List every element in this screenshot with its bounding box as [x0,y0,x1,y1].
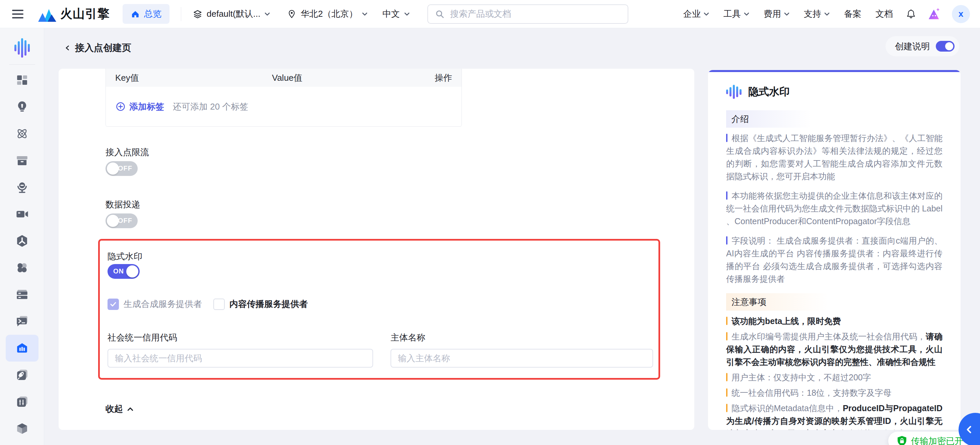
nav-menu-item-4[interactable]: 支持 [804,8,830,20]
bank-icon [15,341,29,355]
chevron-down-icon [703,11,710,17]
sidebar-item-sliders[interactable] [6,388,38,415]
page-title: 接入点创建页 [75,41,131,54]
text-part: 生成水印编号需提供用户主体及统一社会信用代码， [732,332,926,341]
project-label: default(默认... [207,8,260,20]
field-group-1: 社会统一信用代码 [108,332,373,368]
help-panel-title-text: 隐式水印 [748,85,790,99]
chevron-up-icon [127,406,134,413]
nav-menu-label: 工具 [724,8,741,20]
search-icon [435,9,445,19]
create-help-label: 创建说明 [895,41,930,52]
brand-name: 火山引擎 [60,6,110,22]
collapse-button[interactable]: 收起 [105,403,134,415]
intro-item-2: 本功能将依据您主动提供的企业主体信息和该主体对应的统一社会信用代码为您生成文件元… [726,189,942,228]
checkbox-checked-icon[interactable] [108,298,119,310]
add-tag-button[interactable]: 添加标签 [116,101,164,113]
sidebar-item-rocket[interactable] [6,362,38,388]
notes-item-2: 生成水印编号需提供用户主体及统一社会信用代码，请确保输入正确的内容，火山引擎仅为… [726,330,942,368]
top-nav: 火山引擎 总览 default(默认... 华北2（北京） 中文 企业工具费用支… [0,0,980,28]
text-part: 隐式标识的Metadata信息中， [732,404,843,413]
create-help-toggle[interactable] [936,41,955,52]
entity-name-input[interactable] [391,349,653,368]
hamburger-menu-icon[interactable] [12,10,24,18]
ai-assistant-icon[interactable] [927,7,941,21]
notes-paragraphs: 该功能为beta上线，限时免费生成水印编号需提供用户主体及统一社会信用代码，请确… [726,315,942,430]
nav-menu-label: 支持 [804,8,821,20]
global-search[interactable] [427,4,628,24]
accent-bar [726,191,727,200]
box-icon [15,153,29,167]
server-icon [15,287,29,301]
sidebar-item-dashboard[interactable] [6,67,38,94]
provider-checkbox-1[interactable]: 生成合成服务提供者 [108,298,202,310]
sidebar-item-clover[interactable] [6,254,38,281]
nav-menu-label: 企业 [683,8,701,20]
shield-lock-icon [897,435,907,445]
sidebar-item-mic[interactable] [6,174,38,201]
rate-limit-label: 接入点限流 [105,147,149,158]
field-group-2: 主体名称 [391,332,653,368]
search-input[interactable] [449,8,621,19]
text-part: 该功能为beta上线，限时免费 [732,316,841,326]
language-label: 中文 [382,8,400,20]
watermark-toggle[interactable]: ON [108,264,140,279]
chevron-down-icon [784,11,790,17]
tag-table: Key值Value值操作 添加标签 还可添加 20 个标签 [105,69,462,127]
text-part: 统一社会信用代码：18位，支持数字及字母 [732,388,892,397]
chevron-down-icon [824,11,830,17]
nav-menu-item-1[interactable]: 企业 [683,8,710,20]
notification-bell-icon[interactable] [906,9,916,19]
credit-code-input[interactable] [108,349,373,368]
language-selector[interactable]: 中文 [382,8,410,20]
nav-menu-item-5[interactable]: 备案 [844,8,861,20]
layers-icon [192,9,203,19]
sidebar-item-cube[interactable] [6,415,38,442]
overview-button[interactable]: 总览 [123,4,169,24]
tag-table-body: 添加标签 还可添加 20 个标签 [106,87,461,126]
checkbox-unchecked-icon[interactable] [213,298,225,310]
create-help-pill: 创建说明 [886,36,959,56]
provider-checkbox-row: 生成合成服务提供者内容传播服务提供者 [108,298,308,310]
accent-bar [726,373,727,381]
volcano-logo-icon [38,6,56,22]
sidebar-item-hexfan[interactable] [6,228,38,254]
data-delivery-toggle[interactable]: OFF [105,214,138,228]
provider-checkbox-2[interactable]: 内容传播服务提供者 [213,298,308,310]
sidebar-item-server[interactable] [6,281,38,308]
clover-icon [15,261,29,275]
user-avatar[interactable]: x [952,5,970,23]
nav-menu-item-6[interactable]: 文档 [875,8,893,20]
chevron-down-icon [404,11,410,17]
chevron-down-icon [264,11,270,17]
intro-item-1: 根据《生成式人工智能服务管理暂行办法》、《人工智能生成合成内容标识办法》等相关法… [726,132,942,183]
encryption-status-label: 传输加密已开 [911,435,963,445]
sidebar-item-box[interactable] [6,147,38,174]
sidebar-item-terminal[interactable] [6,308,38,335]
region-label: 华北2（北京） [301,8,357,20]
rate-limit-toggle[interactable]: OFF [105,161,138,176]
sidebar-item-camera[interactable] [6,201,38,228]
brand-logo[interactable]: 火山引擎 [38,6,110,22]
notes-item-3: 用户主体：仅支持中文，不超过200字 [726,371,942,384]
accent-bar [726,332,727,340]
sliders-icon [15,395,29,409]
region-selector[interactable]: 华北2（北京） [287,8,368,20]
provider-checkbox-label: 内容传播服务提供者 [229,298,308,310]
sidebar-item-bank[interactable] [6,335,38,362]
nav-menu-item-2[interactable]: 工具 [724,8,749,20]
sidebar-item-bulb[interactable] [6,94,38,120]
nav-menu-item-3[interactable]: 费用 [764,8,790,20]
terminal-icon [15,314,29,329]
watermark-fields: 社会统一信用代码主体名称 [108,332,653,368]
sidebar-divider [9,64,35,65]
chevron-down-icon [743,11,749,17]
watermark-highlight-rect: 隐式水印 ON 生成合成服务提供者内容传播服务提供者 社会统一信用代码主体名称 [98,239,660,380]
help-panel: 隐式水印 介绍 根据《生成式人工智能服务管理暂行办法》、《人工智能生成合成内容标… [708,70,961,430]
project-selector[interactable]: default(默认... [192,8,270,20]
intro-heading: 介绍 [726,110,827,128]
home-icon [130,10,140,19]
breadcrumb-back[interactable]: 接入点创建页 [64,41,131,54]
nav-menu-label: 备案 [844,8,861,20]
sidebar-item-atom[interactable] [6,120,38,147]
